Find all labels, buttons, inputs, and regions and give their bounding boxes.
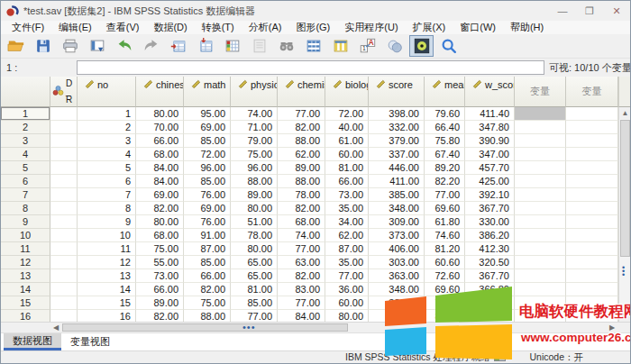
table-cell[interactable]: 88.00 bbox=[278, 134, 325, 148]
value-labels-button[interactable]: 1A bbox=[355, 35, 380, 57]
table-cell[interactable] bbox=[566, 121, 618, 134]
menu-analyze[interactable]: 分析(A) bbox=[242, 21, 289, 34]
table-cell[interactable]: 74.60 bbox=[425, 229, 465, 242]
table-cell[interactable]: 78.00 bbox=[278, 188, 325, 202]
table-cell[interactable] bbox=[515, 256, 566, 269]
table-cell[interactable]: 36.00 bbox=[325, 283, 369, 296]
table-cell[interactable]: 67.40 bbox=[425, 148, 465, 161]
table-cell[interactable]: 425.00 bbox=[465, 175, 515, 188]
table-cell[interactable]: 385.00 bbox=[369, 188, 425, 202]
table-cell[interactable]: 82.00 bbox=[278, 121, 325, 134]
column-header-chemist[interactable]: chemist bbox=[278, 77, 325, 107]
table-cell[interactable] bbox=[566, 229, 618, 242]
table-cell[interactable] bbox=[515, 134, 566, 148]
table-cell[interactable]: 412.30 bbox=[465, 242, 515, 256]
table-cell[interactable]: 373.00 bbox=[369, 229, 425, 242]
row-header[interactable]: 12 bbox=[1, 256, 50, 269]
table-cell[interactable]: 85.00 bbox=[184, 134, 231, 148]
table-cell[interactable]: 62.00 bbox=[278, 148, 325, 161]
table-cell[interactable] bbox=[50, 121, 78, 134]
menu-view[interactable]: 查看(V) bbox=[99, 21, 147, 34]
table-cell[interactable] bbox=[566, 256, 618, 269]
table-cell[interactable]: 347.80 bbox=[465, 121, 515, 134]
table-cell[interactable]: 77.00 bbox=[425, 188, 465, 202]
table-cell[interactable]: 348.00 bbox=[369, 202, 425, 215]
table-cell[interactable]: 75.00 bbox=[136, 242, 184, 256]
table-cell[interactable]: 12 bbox=[78, 256, 136, 269]
table-cell[interactable]: 348.00 bbox=[369, 283, 425, 296]
table-cell[interactable]: 88.00 bbox=[231, 175, 278, 188]
table-cell[interactable]: 61.80 bbox=[425, 215, 465, 229]
table-cell[interactable] bbox=[50, 283, 78, 296]
table-cell[interactable]: 76.00 bbox=[184, 188, 231, 202]
menu-utilities[interactable]: 实用程序(U) bbox=[337, 21, 405, 34]
table-cell[interactable] bbox=[566, 134, 618, 148]
table-cell[interactable]: 83.00 bbox=[278, 283, 325, 296]
column-header-empty-2[interactable]: 变量 bbox=[566, 77, 618, 107]
table-cell[interactable] bbox=[50, 188, 78, 202]
table-cell[interactable] bbox=[515, 229, 566, 242]
table-cell[interactable]: 89.00 bbox=[231, 188, 278, 202]
table-cell[interactable]: 89.00 bbox=[278, 161, 325, 175]
table-cell[interactable]: 61.00 bbox=[325, 134, 369, 148]
cell-editor-input[interactable] bbox=[77, 60, 544, 75]
row-header[interactable]: 6 bbox=[1, 175, 50, 188]
table-cell[interactable] bbox=[515, 121, 566, 134]
table-cell[interactable] bbox=[50, 175, 78, 188]
table-cell[interactable] bbox=[566, 175, 618, 188]
scroll-up-arrow-icon[interactable]: ▲ bbox=[619, 107, 630, 119]
vertical-scrollbar-thumb[interactable] bbox=[620, 120, 630, 257]
table-cell[interactable]: 79.60 bbox=[425, 107, 465, 121]
menu-graphs[interactable]: 图形(G) bbox=[288, 21, 337, 34]
table-cell[interactable] bbox=[566, 283, 618, 296]
grid-corner-cell[interactable] bbox=[1, 77, 50, 107]
table-cell[interactable]: 9 bbox=[78, 215, 136, 229]
table-cell[interactable]: 96.00 bbox=[231, 161, 278, 175]
table-cell[interactable]: 332.00 bbox=[369, 121, 425, 134]
table-cell[interactable]: 337.00 bbox=[369, 148, 425, 161]
variables-button[interactable] bbox=[220, 35, 244, 57]
table-cell[interactable]: 6 bbox=[78, 175, 136, 188]
menu-file[interactable]: 文件(F) bbox=[5, 21, 51, 34]
table-cell[interactable]: 7 bbox=[78, 188, 136, 202]
table-cell[interactable]: 96.00 bbox=[184, 161, 231, 175]
table-cell[interactable]: 80.00 bbox=[231, 202, 278, 215]
horizontal-scrollbar-thumb[interactable] bbox=[62, 323, 348, 332]
table-cell[interactable]: 82.20 bbox=[425, 175, 465, 188]
table-cell[interactable]: 66.00 bbox=[136, 283, 184, 296]
table-cell[interactable]: 320.50 bbox=[465, 256, 515, 269]
table-cell[interactable]: 82.00 bbox=[136, 202, 184, 215]
menu-transform[interactable]: 转换(T) bbox=[195, 21, 242, 34]
table-cell[interactable]: 68.00 bbox=[278, 215, 325, 229]
table-cell[interactable] bbox=[566, 215, 618, 229]
column-header-biology[interactable]: biology bbox=[325, 77, 369, 107]
table-cell[interactable]: 72.00 bbox=[325, 107, 369, 121]
table-cell[interactable]: 84.00 bbox=[136, 161, 184, 175]
table-cell[interactable]: 66.40 bbox=[425, 121, 465, 134]
row-header[interactable]: 14 bbox=[1, 283, 50, 296]
table-cell[interactable]: 75.00 bbox=[184, 296, 231, 310]
table-cell[interactable]: 65.00 bbox=[231, 269, 278, 283]
table-cell[interactable]: 89.20 bbox=[425, 161, 465, 175]
table-cell[interactable]: 75.00 bbox=[231, 148, 278, 161]
table-cell[interactable]: 65.00 bbox=[231, 256, 278, 269]
table-cell[interactable]: 68.00 bbox=[136, 229, 184, 242]
print-preview-button[interactable] bbox=[247, 35, 271, 57]
row-header[interactable]: 10 bbox=[1, 229, 50, 242]
row-header[interactable]: 15 bbox=[1, 296, 50, 310]
table-cell[interactable]: 80.00 bbox=[136, 107, 184, 121]
spell-check-button[interactable] bbox=[436, 35, 461, 57]
row-header[interactable]: 11 bbox=[1, 242, 50, 256]
table-cell[interactable]: 386.00 bbox=[369, 296, 425, 310]
table-cell[interactable] bbox=[515, 215, 566, 229]
tab-data-view[interactable]: 数据视图 bbox=[4, 333, 61, 350]
table-cell[interactable] bbox=[566, 296, 618, 310]
table-cell[interactable]: 85.00 bbox=[184, 175, 231, 188]
table-cell[interactable]: 73.00 bbox=[325, 188, 369, 202]
table-cell[interactable]: 4 bbox=[78, 148, 136, 161]
insert-cases-button[interactable] bbox=[301, 35, 325, 57]
column-header-math[interactable]: math bbox=[184, 77, 231, 107]
table-cell[interactable]: 82.00 bbox=[184, 283, 231, 296]
menu-window[interactable]: 窗口(W) bbox=[453, 21, 503, 34]
scroll-right-arrow-icon[interactable]: ▶ bbox=[607, 323, 617, 332]
